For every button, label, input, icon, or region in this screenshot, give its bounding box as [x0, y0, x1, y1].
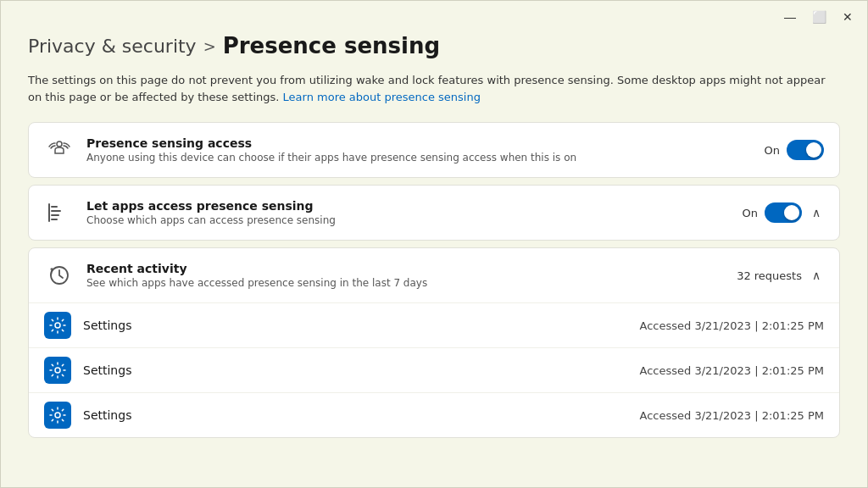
let-apps-expand-button[interactable]: ∧	[809, 204, 824, 221]
presence-access-status: On	[765, 144, 780, 157]
recent-activity-controls: 32 requests ∧	[737, 267, 824, 284]
svg-rect-1	[51, 210, 61, 212]
let-apps-status: On	[743, 207, 758, 219]
recent-activity-subtitle: See which apps have accessed presence se…	[86, 277, 725, 289]
presence-access-title: Presence sensing access	[86, 136, 753, 150]
presence-sensing-access-card: Presence sensing access Anyone using thi…	[28, 122, 840, 178]
settings-app-icon-1	[44, 312, 71, 339]
activity-items-list: Settings Accessed 3/21/2023 | 2:01:25 PM…	[29, 302, 839, 437]
let-apps-access-card: Let apps access presence sensing Choose …	[28, 185, 840, 241]
recent-activity-section: Recent activity See which apps have acce…	[28, 247, 840, 438]
minimize-button[interactable]: —	[781, 8, 799, 26]
activity-app-name-3: Settings	[83, 408, 628, 422]
activity-access-time-3: Accessed 3/21/2023 | 2:01:25 PM	[640, 409, 825, 422]
let-apps-title: Let apps access presence sensing	[86, 199, 731, 213]
settings-app-icon-3	[44, 402, 71, 429]
let-apps-subtitle: Choose which apps can access presence se…	[86, 214, 731, 226]
let-apps-text: Let apps access presence sensing Choose …	[86, 199, 731, 226]
svg-point-7	[55, 368, 60, 373]
presence-access-toggle[interactable]	[787, 140, 824, 160]
activity-item: Settings Accessed 3/21/2023 | 2:01:25 PM	[29, 302, 839, 347]
svg-point-8	[55, 413, 60, 418]
apps-access-icon	[44, 197, 75, 228]
recent-activity-collapse-button[interactable]: ∧	[809, 267, 824, 284]
title-bar: — ⬜ ✕	[1, 1, 867, 33]
breadcrumb: Privacy & security > Presence sensing	[28, 33, 840, 58]
page-title: Presence sensing	[223, 33, 440, 58]
learn-more-link[interactable]: Learn more about presence sensing	[283, 91, 481, 103]
svg-point-6	[55, 323, 60, 328]
recent-activity-header: Recent activity See which apps have acce…	[29, 248, 839, 302]
activity-app-name-2: Settings	[83, 363, 628, 377]
description-text: The settings on this page do not prevent…	[28, 72, 840, 105]
toggle-knob	[806, 142, 821, 158]
settings-window: — ⬜ ✕ Privacy & security > Presence sens…	[0, 0, 868, 488]
activity-item: Settings Accessed 3/21/2023 | 2:01:25 PM	[29, 392, 839, 437]
presence-access-subtitle: Anyone using this device can choose if t…	[86, 152, 753, 164]
close-button[interactable]: ✕	[838, 8, 857, 26]
presence-sensing-icon	[44, 135, 75, 165]
svg-rect-0	[51, 206, 58, 208]
let-apps-controls: On ∧	[743, 202, 824, 223]
activity-app-name-1: Settings	[83, 319, 628, 332]
activity-item: Settings Accessed 3/21/2023 | 2:01:25 PM	[29, 347, 839, 392]
breadcrumb-parent[interactable]: Privacy & security	[28, 36, 197, 57]
activity-access-time-1: Accessed 3/21/2023 | 2:01:25 PM	[640, 319, 825, 332]
breadcrumb-chevron-icon: >	[203, 37, 216, 55]
settings-app-icon-2	[44, 357, 71, 384]
recent-activity-title: Recent activity	[86, 262, 725, 275]
svg-rect-3	[51, 219, 58, 220]
recent-activity-text: Recent activity See which apps have acce…	[86, 262, 725, 289]
main-content: Privacy & security > Presence sensing Th…	[1, 33, 867, 455]
recent-activity-icon	[44, 260, 75, 291]
presence-access-text: Presence sensing access Anyone using thi…	[86, 136, 753, 164]
svg-rect-2	[51, 214, 59, 216]
activity-access-time-2: Accessed 3/21/2023 | 2:01:25 PM	[640, 364, 825, 377]
toggle-knob-2	[784, 205, 799, 220]
maximize-button[interactable]: ⬜	[810, 8, 828, 26]
let-apps-toggle[interactable]	[765, 202, 802, 223]
presence-access-controls: On	[765, 140, 824, 160]
requests-count: 32 requests	[737, 269, 802, 282]
